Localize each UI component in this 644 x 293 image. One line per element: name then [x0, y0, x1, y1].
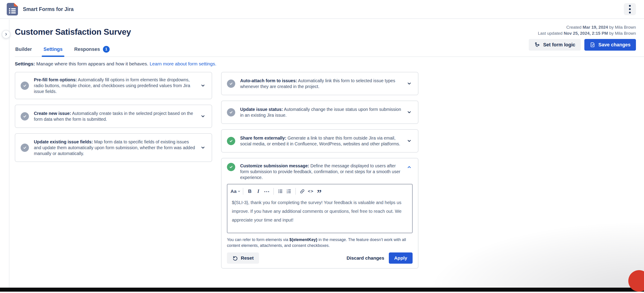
- left-rail: [0, 19, 10, 288]
- chevron-right-icon: [4, 32, 8, 36]
- italic-button[interactable]: I: [254, 187, 262, 196]
- smart-forms-logo-icon: [7, 3, 18, 15]
- tab-responses[interactable]: Responses1: [74, 43, 110, 56]
- right-column: Auto-attach form to issues: Automaticall…: [221, 72, 418, 269]
- left-column: Pre-fill form options: Automatically fil…: [15, 72, 212, 162]
- app-title: Smart Forms for Jira: [23, 6, 624, 12]
- chevron-down-icon[interactable]: [200, 144, 206, 151]
- tabs: Builder Settings Responses1: [15, 43, 110, 56]
- bold-button[interactable]: B: [246, 187, 254, 196]
- toolbar-separator: [273, 188, 274, 195]
- more-menu-button[interactable]: [624, 3, 636, 15]
- chevron-down-icon[interactable]: [406, 80, 412, 87]
- responses-count-badge: 1: [103, 46, 110, 53]
- check-circle-icon: [21, 112, 29, 120]
- svg-text:3: 3: [286, 192, 288, 194]
- discard-changes-button[interactable]: Discard changes: [342, 253, 389, 264]
- numbered-list-icon: 123: [286, 189, 292, 194]
- reset-icon: [232, 255, 238, 261]
- chevron-up-icon[interactable]: [406, 164, 412, 170]
- card-update-issue-status[interactable]: Update issue status: Automatically chang…: [221, 101, 418, 124]
- card-pre-fill-options[interactable]: Pre-fill form options: Automatically fil…: [15, 72, 212, 99]
- expand-panel-button[interactable]: [2, 30, 10, 38]
- check-circle-icon: [21, 144, 29, 152]
- check-circle-icon: [227, 137, 235, 145]
- updated-line: Last updated Nov 25, 2024, 2:15 PM by Mi…: [538, 30, 636, 36]
- editor-actions: Reset Discard changes Apply: [227, 253, 412, 264]
- element-key-hint: You can refer to form elements via ${ele…: [227, 237, 412, 249]
- message-editor: Aa B I ⋯ 123: [227, 184, 412, 233]
- tab-builder[interactable]: Builder: [15, 43, 32, 56]
- settings-cards-grid: Pre-fill form options: Automatically fil…: [15, 72, 636, 269]
- card-text: Update issue status: Automatically chang…: [240, 106, 402, 118]
- settings-description: Settings: Manage where this form appears…: [15, 61, 636, 66]
- header-row: Customer Satisfaction Survey Created Mar…: [15, 24, 636, 37]
- check-circle-icon: [21, 81, 29, 90]
- card-header[interactable]: Customize submission message: Define the…: [227, 163, 412, 180]
- chevron-down-icon: [238, 190, 240, 193]
- bullet-list-icon: [278, 189, 283, 194]
- topbar: Smart Forms for Jira: [0, 0, 644, 19]
- form-meta: Created Mar 19, 2024 by Mila Brown Last …: [538, 24, 636, 36]
- tab-settings[interactable]: Settings: [43, 43, 63, 56]
- app-sheet: Smart Forms for Jira Customer Satisfacti…: [0, 0, 644, 288]
- card-text: Customize submission message: Define the…: [240, 163, 402, 180]
- form-logic-icon: [534, 42, 540, 48]
- check-circle-icon: [227, 79, 235, 88]
- bullet-list-button[interactable]: [276, 187, 284, 196]
- card-text: Share form externally: Generate a link t…: [240, 135, 402, 147]
- card-text: Create new issue: Automatically create t…: [34, 110, 195, 122]
- card-update-existing-fields[interactable]: Update existing issue fields: Map form d…: [15, 133, 212, 162]
- toolbar-separator: [295, 188, 296, 195]
- toolbar-separator: [243, 188, 243, 195]
- more-formatting-button[interactable]: ⋯: [262, 187, 271, 196]
- learn-more-link[interactable]: Learn more about form settings.: [150, 61, 216, 66]
- created-line: Created Mar 19, 2024 by Mila Brown: [538, 24, 636, 30]
- message-textarea[interactable]: ${SLI-3}, thank you for completing the s…: [227, 197, 412, 233]
- card-text: Pre-fill form options: Automatically fil…: [34, 77, 195, 94]
- tabs-bar: Builder Settings Responses1 Set form log…: [15, 39, 644, 57]
- header-actions: Set form logic Save changes: [529, 39, 636, 51]
- save-changes-button[interactable]: Save changes: [584, 39, 636, 51]
- chevron-down-icon[interactable]: [406, 109, 412, 116]
- blockquote-button[interactable]: ”: [315, 187, 324, 196]
- card-create-new-issue[interactable]: Create new issue: Automatically create t…: [15, 105, 212, 128]
- editor-toolbar: Aa B I ⋯ 123: [227, 184, 412, 197]
- main-content: Customer Satisfaction Survey Created Mar…: [10, 19, 644, 269]
- apply-button[interactable]: Apply: [389, 253, 412, 264]
- numbered-list-button[interactable]: 123: [284, 187, 293, 196]
- page-title: Customer Satisfaction Survey: [15, 24, 131, 37]
- card-customize-submission-message: Customize submission message: Define the…: [221, 158, 418, 269]
- reset-button[interactable]: Reset: [227, 253, 259, 264]
- card-auto-attach[interactable]: Auto-attach form to issues: Automaticall…: [221, 72, 418, 95]
- card-text: Auto-attach form to issues: Automaticall…: [240, 78, 402, 89]
- card-text: Update existing issue fields: Map form d…: [34, 139, 195, 156]
- link-button[interactable]: [298, 187, 306, 196]
- set-form-logic-button[interactable]: Set form logic: [529, 39, 580, 51]
- chevron-down-icon[interactable]: [200, 82, 206, 89]
- card-share-externally[interactable]: Share form externally: Generate a link t…: [221, 129, 418, 153]
- chevron-down-icon[interactable]: [406, 138, 412, 144]
- link-icon: [300, 189, 305, 194]
- text-style-button[interactable]: Aa: [230, 187, 240, 196]
- check-circle-icon: [227, 108, 235, 116]
- chevron-down-icon[interactable]: [200, 113, 206, 120]
- check-circle-icon: [227, 163, 235, 171]
- save-document-icon: [590, 42, 596, 48]
- code-button[interactable]: <>: [306, 187, 315, 196]
